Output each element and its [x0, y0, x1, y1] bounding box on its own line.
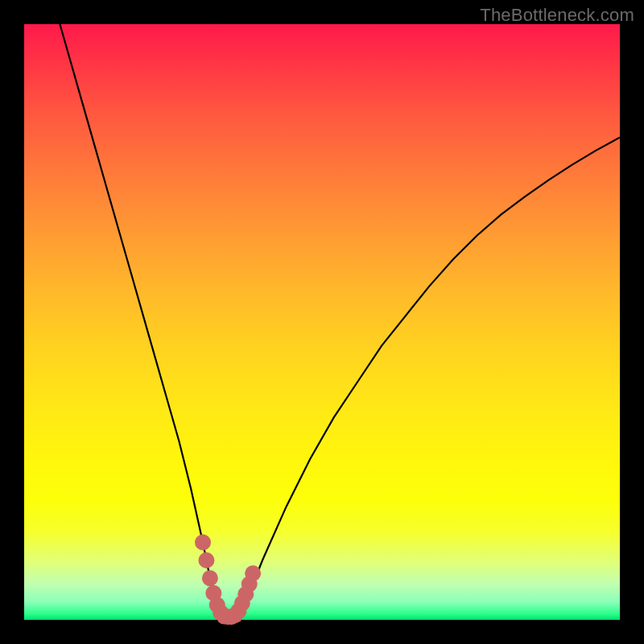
optimal-marker — [245, 565, 261, 581]
watermark-text: TheBottleneck.com — [480, 5, 634, 26]
optimal-range-markers — [195, 535, 261, 625]
chart-svg — [24, 24, 620, 620]
bottleneck-curve — [60, 24, 620, 617]
optimal-marker — [202, 570, 218, 586]
chart-frame: TheBottleneck.com — [0, 0, 644, 644]
plot-area — [24, 24, 620, 620]
optimal-marker — [195, 535, 211, 551]
optimal-marker — [198, 552, 214, 568]
